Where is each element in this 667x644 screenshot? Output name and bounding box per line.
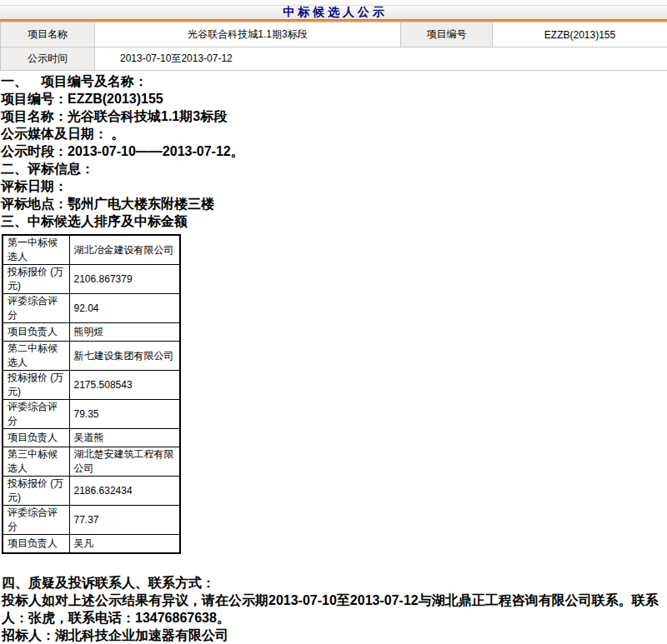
- project-info-row-2: 公示时间 2013-07-10至2013-07-12: [1, 47, 667, 71]
- bid-price-label: 投标报价 (万元): [3, 477, 69, 506]
- candidates-table: 第一中标候选人 湖北冶金建设有限公司 投标报价 (万元) 2106.867379…: [2, 234, 181, 554]
- candidate-company: 湖北楚安建筑工程有限公司: [69, 447, 180, 477]
- section4-heading: 四、质疑及投诉联系人、联系方式：: [2, 574, 667, 592]
- candidate-row: 项目负责人 吴道熊: [3, 429, 180, 447]
- bid-price-value: 2175.508543: [69, 371, 180, 400]
- bid-price-value: 2186.632434: [69, 477, 180, 506]
- evaluation-date-line: 评标日期：: [1, 177, 667, 195]
- main-content: 一、 项目编号及名称： 项目编号：EZZB(2013)155 项目名称：光谷联合…: [0, 71, 667, 644]
- candidate-company: 新七建设集团有限公司: [69, 342, 180, 371]
- project-name-label: 项目名称: [1, 22, 95, 47]
- manager-label: 项目负责人: [3, 323, 69, 342]
- candidate-row: 第二中标候选人 新七建设集团有限公司: [3, 342, 180, 371]
- candidate-row: 项目负责人 吴凡: [3, 535, 180, 553]
- publicity-time-label: 公示时间: [1, 47, 95, 71]
- score-value: 92.04: [69, 294, 180, 323]
- score-value: 77.37: [69, 506, 180, 535]
- score-label: 评委综合评分: [3, 400, 69, 429]
- contact-section: 四、质疑及投诉联系人、联系方式： 投标人如对上述公示结果有异议，请在公示期201…: [1, 574, 667, 644]
- candidate-row: 第一中标候选人 湖北冶金建设有限公司: [3, 235, 180, 265]
- candidate-row: 评委综合评分 79.35: [3, 400, 180, 429]
- project-name-value: 光谷联合科技城1.1期3标段: [95, 22, 401, 47]
- bid-price-label: 投标报价 (万元): [3, 371, 69, 400]
- project-number-value: EZZB(2013)155: [493, 22, 667, 47]
- project-info-table: 项目名称 光谷联合科技城1.1期3标段 项目编号 EZZB(2013)155 公…: [0, 22, 667, 71]
- publicity-period-line: 公示时段：2013-07-10——2013-07-12。: [1, 142, 667, 160]
- score-label: 评委综合评分: [3, 506, 69, 535]
- candidate-row: 投标报价 (万元) 2186.632434: [3, 477, 180, 506]
- section3-heading: 三、中标候选人排序及中标金额: [1, 212, 667, 230]
- page-title-bar: 中 标 候 选 人 公 示: [0, 6, 667, 19]
- publicity-time-value: 2013-07-10至2013-07-12: [95, 47, 667, 71]
- bid-price-label: 投标报价 (万元): [3, 265, 69, 294]
- candidate-row: 第三中标候选人 湖北楚安建筑工程有限公司: [3, 447, 180, 477]
- manager-value: 熊明煜: [69, 323, 180, 342]
- section1-heading: 一、 项目编号及名称：: [1, 72, 667, 90]
- candidate-row: 投标报价 (万元) 2175.508543: [3, 371, 180, 400]
- candidate-company: 湖北冶金建设有限公司: [69, 235, 180, 265]
- project-number-label: 项目编号: [401, 22, 493, 47]
- candidate-rank-label: 第三中标候选人: [3, 447, 69, 477]
- candidate-row: 评委综合评分 77.37: [3, 506, 180, 535]
- project-info-row-1: 项目名称 光谷联合科技城1.1期3标段 项目编号 EZZB(2013)155: [1, 22, 667, 47]
- project-number-line: 项目编号：EZZB(2013)155: [1, 90, 667, 107]
- manager-value: 吴凡: [69, 535, 180, 553]
- candidate-row: 项目负责人 熊明煜: [3, 323, 180, 342]
- candidate-row: 评委综合评分 92.04: [3, 294, 180, 323]
- evaluation-place-line: 评标地点：鄂州广电大楼东附楼三楼: [1, 195, 667, 212]
- candidate-rank-label: 第二中标候选人: [3, 342, 69, 371]
- candidate-rank-label: 第一中标候选人: [3, 235, 69, 265]
- page-title: 中 标 候 选 人 公 示: [283, 5, 384, 20]
- publicity-media-line: 公示媒体及日期： 。: [1, 125, 667, 142]
- candidate-row: 投标报价 (万元) 2106.867379: [3, 265, 180, 294]
- score-value: 79.35: [69, 400, 180, 429]
- bid-price-value: 2106.867379: [69, 265, 180, 294]
- objection-paragraph: 投标人如对上述公示结果有异议，请在公示期2013-07-10至2013-07-1…: [2, 592, 667, 627]
- project-name-line: 项目名称：光谷联合科技城1.1期3标段: [1, 107, 667, 125]
- manager-label: 项目负责人: [3, 429, 69, 447]
- manager-value: 吴道熊: [69, 429, 180, 447]
- tenderer-line: 招标人：湖北科技企业加速器有限公司: [2, 627, 667, 644]
- manager-label: 项目负责人: [3, 535, 69, 553]
- section2-heading: 二、评标信息：: [1, 160, 667, 177]
- score-label: 评委综合评分: [3, 294, 69, 323]
